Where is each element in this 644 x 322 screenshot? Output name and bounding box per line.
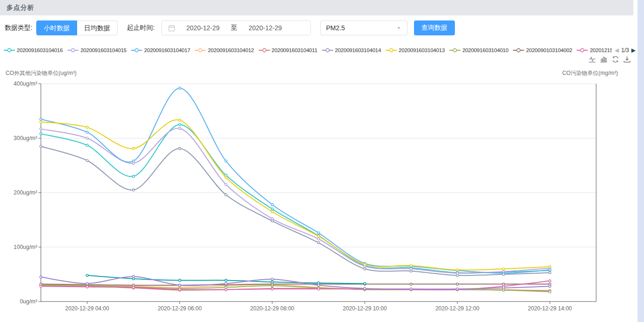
legend-item[interactable]: 2020091603104014 [322, 47, 381, 53]
series-line [41, 120, 550, 270]
legend-pager: ◀ 1/3 ▶ [615, 46, 636, 54]
data-point [502, 273, 505, 275]
legend-item[interactable]: 2020090103104002 [513, 47, 572, 53]
data-point [86, 144, 88, 147]
data-point [271, 203, 274, 206]
data-point [40, 276, 42, 278]
data-point [317, 238, 320, 240]
legend-line-icon [259, 47, 270, 53]
legend-item-label: 20201215 [590, 47, 612, 53]
data-point [410, 264, 412, 267]
data-point [86, 160, 88, 162]
data-point [317, 232, 320, 234]
pollutant-selected-value: PM2.5 [326, 24, 345, 32]
data-point [410, 283, 412, 285]
query-data-button[interactable]: 查询数据 [414, 20, 455, 35]
x-axis-tick-label: 2020-12-29 08:00 [250, 305, 295, 312]
data-point [40, 133, 42, 135]
y-axis-tick-label: 400ug/m³ [13, 80, 37, 87]
legend-line-icon [386, 47, 397, 53]
legend-item[interactable]: 20201215 [577, 47, 612, 53]
data-point [271, 278, 274, 281]
data-point [40, 128, 42, 130]
legend-line-icon [322, 47, 333, 53]
data-point [132, 275, 135, 278]
calendar-icon [168, 25, 175, 32]
chart-canvas[interactable]: 0ug/m³100ug/m³200ug/m³300ug/m³400ug/m³20… [0, 65, 644, 322]
data-point [178, 87, 181, 89]
data-point [86, 274, 88, 276]
date-to-label: 至 [231, 24, 237, 32]
data-point [317, 242, 320, 244]
series-line [41, 128, 550, 273]
legend-item-label: 2020091603104011 [272, 47, 317, 53]
data-point [178, 123, 181, 126]
data-point [178, 284, 181, 287]
filter-bar: 数据类型: 小时数据 日均数据 起止时间: 2020-12-29 至 2020-… [0, 20, 632, 35]
series-2020091603104014 [40, 145, 551, 276]
legend-item[interactable]: 2020091603104012 [195, 47, 254, 53]
end-date-input[interactable]: 2020-12-29 [237, 24, 293, 32]
data-point [132, 189, 135, 191]
legend-item[interactable]: 2020091603104011 [259, 47, 317, 53]
data-point [225, 282, 227, 285]
data-point [225, 194, 227, 196]
data-point [549, 291, 551, 293]
legend-item-label: 2020091603104014 [335, 47, 381, 53]
data-point [178, 288, 181, 291]
data-point [549, 285, 551, 288]
legend-line-icon [131, 47, 142, 53]
series-2020091603104016 [40, 123, 551, 274]
line-chart-icon[interactable] [588, 55, 596, 63]
date-range-picker[interactable]: 2020-12-29 至 2020-12-29 [161, 20, 311, 35]
data-point [271, 211, 274, 213]
legend-item-label: 2020091603104015 [80, 47, 126, 53]
data-point [456, 283, 459, 285]
data-point [364, 282, 366, 285]
data-point [225, 176, 227, 179]
legend-item[interactable]: 2020091603104015 [67, 47, 126, 53]
data-type-label: 数据类型: [5, 24, 33, 32]
bar-chart-icon[interactable] [600, 55, 608, 63]
series-2020091603104015 [40, 127, 551, 275]
data-point [456, 269, 459, 271]
data-point [364, 263, 366, 266]
data-point [178, 127, 181, 130]
series-line [41, 125, 550, 273]
series-line [41, 284, 550, 286]
x-axis-tick-label: 2020-12-29 06:00 [158, 305, 202, 312]
legend-prev-button[interactable]: ◀ [615, 47, 619, 54]
series-line [41, 88, 550, 273]
legend-item-label: 2020090103104002 [526, 47, 572, 53]
x-axis-tick-label: 2020-12-29 04:00 [65, 305, 109, 312]
data-point [410, 270, 412, 272]
hourly-data-button[interactable]: 小时数据 [36, 20, 77, 35]
start-date-input[interactable]: 2020-12-29 [175, 24, 231, 32]
data-point [549, 266, 551, 268]
page-title: 多点分析 [7, 4, 34, 12]
data-point [86, 126, 88, 128]
pollutant-select[interactable]: PM2.5 ▼ [320, 20, 407, 35]
data-point [317, 235, 320, 237]
daily-data-button[interactable]: 日均数据 [77, 20, 118, 35]
download-icon[interactable] [623, 55, 631, 63]
data-point [225, 183, 227, 186]
legend-item-label: 2020091603104017 [144, 47, 190, 53]
legend-line-icon [195, 47, 206, 53]
legend-item[interactable]: 2020091603104017 [131, 47, 190, 53]
x-axis-tick-label: 2020-12-29 10:00 [343, 305, 387, 312]
page-header: 多点分析 [0, 0, 633, 15]
data-point [410, 288, 412, 290]
data-point [132, 175, 135, 178]
data-point [132, 160, 135, 162]
legend-next-button[interactable]: ▶ [631, 47, 636, 54]
data-point [40, 121, 42, 123]
data-point [549, 280, 551, 282]
data-point [456, 288, 459, 290]
legend-item[interactable]: 2020091603104010 [449, 47, 508, 53]
legend-item[interactable]: 2020091603104016 [4, 47, 63, 53]
refresh-icon[interactable] [611, 55, 619, 63]
data-point [178, 148, 181, 150]
legend-item[interactable]: 2020091603104013 [386, 47, 445, 53]
legend-line-icon [4, 47, 15, 53]
